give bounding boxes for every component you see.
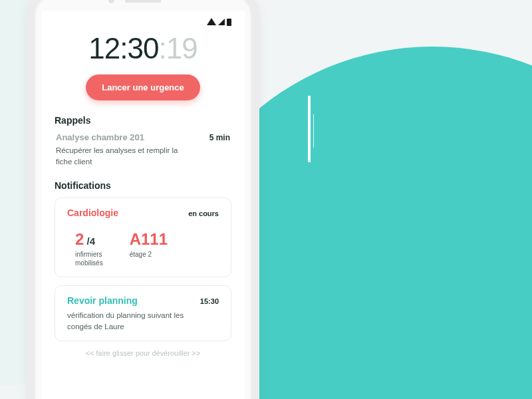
app-screen: 12:30:19 Lancer une urgence Rappels Anal… — [41, 11, 245, 399]
rappel-item[interactable]: Analyse chambre 201 5 min Récupérer les … — [55, 132, 231, 167]
notif-count-label: infirmiers mobilisés — [75, 250, 103, 267]
rappel-time: 5 min — [209, 133, 230, 142]
notif-description: vérification du planning suivant les con… — [67, 310, 194, 332]
notif-count-total: /4 — [84, 235, 95, 247]
notif-time: 15:30 — [200, 297, 219, 305]
background-tick-mark — [308, 96, 311, 162]
rappel-description: Récupérer les analyses et remplir la fic… — [56, 145, 182, 167]
clock-time: 12:30:19 — [55, 32, 231, 65]
notif-status: en cours — [188, 209, 219, 217]
section-notifications-title: Notifications — [55, 180, 231, 191]
notif-room-label: étage 2 — [130, 250, 168, 259]
phone-camera — [108, 0, 114, 3]
battery-icon — [227, 19, 231, 26]
emergency-button[interactable]: Lancer une urgence — [86, 74, 200, 100]
rappel-title: Analyse chambre 201 — [56, 132, 144, 142]
background-tick-mark-thin — [313, 114, 314, 148]
notification-card-cardiologie[interactable]: Cardiologie en cours 2 /4 infirmiers mob… — [55, 198, 231, 277]
notif-count-current: 2 — [75, 230, 84, 248]
notification-card-planning[interactable]: Revoir planning 15:30 vérification du pl… — [55, 285, 231, 340]
notif-room: A111 étage 2 — [130, 230, 168, 267]
phone-speaker — [125, 0, 161, 3]
clock-hhmm: 12:30 — [88, 32, 158, 65]
notif-title: Revoir planning — [67, 295, 138, 306]
signal-icon — [218, 19, 225, 25]
notif-title: Cardiologie — [67, 207, 118, 218]
notif-nurse-count: 2 /4 infirmiers mobilisés — [75, 230, 103, 267]
notif-room-code: A111 — [130, 230, 168, 249]
status-bar — [55, 17, 231, 27]
clock-seconds: :19 — [158, 32, 197, 65]
section-rappels-title: Rappels — [55, 115, 231, 126]
phone-frame: 12:30:19 Lancer une urgence Rappels Anal… — [27, 0, 259, 399]
wifi-icon — [207, 18, 216, 25]
slide-to-unlock-hint[interactable]: << faire glisser pour dévérouiller >> — [55, 349, 231, 357]
